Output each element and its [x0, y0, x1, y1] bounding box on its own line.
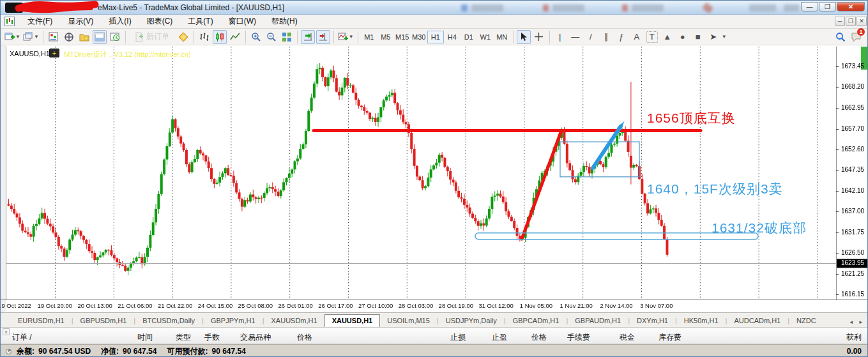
menu-item-3[interactable]: 图表(C) — [139, 15, 181, 28]
one-click-trading-button[interactable]: + — [49, 49, 59, 57]
menu-item-5[interactable]: 窗口(W) — [221, 15, 264, 28]
indicators-button[interactable]: ▼ — [337, 30, 354, 44]
timeframe-button-m5[interactable]: M5 — [377, 31, 394, 43]
menu-item-0[interactable]: 文件(F) — [20, 15, 60, 28]
column-header-7[interactable]: 止盈 — [492, 332, 507, 343]
triangle-tool-icon[interactable]: ▲ — [660, 30, 674, 44]
column-header-3[interactable]: 手数 — [204, 332, 220, 343]
symbol-tab-eurusdm[interactable]: EURUSDm,H1 — [11, 315, 72, 327]
menu-item-2[interactable]: 插入(I) — [101, 15, 139, 28]
equidistant-channel-tool-icon[interactable]: ∥ — [599, 30, 613, 44]
drawing-tools-group: |—/∥ƒAT▲●■➤▼ — [552, 30, 727, 44]
panel-close-button[interactable]: x — [3, 328, 10, 335]
timeframe-button-h1[interactable]: H1 — [427, 31, 444, 43]
ellipse-tool-icon[interactable]: ● — [676, 30, 690, 44]
symbol-tab-btcusdm[interactable]: BTCUSDm,Daily — [135, 315, 202, 327]
timeframe-button-m30[interactable]: M30 — [411, 31, 427, 43]
candlestick-mode-button[interactable] — [213, 30, 227, 44]
data-window-button[interactable] — [62, 30, 76, 44]
rectangle-tool-icon[interactable]: ■ — [691, 30, 705, 44]
fibonacci-tool-icon[interactable]: ƒ — [614, 30, 628, 44]
search-icon[interactable] — [834, 30, 848, 44]
symbol-tab-gbpcadm[interactable]: GBPCADm,H1 — [506, 315, 567, 327]
timeframe-button-m15[interactable]: M15 — [394, 31, 411, 43]
menu-item-6[interactable]: 帮助(H) — [264, 15, 305, 28]
symbol-tab-gbpaudm[interactable]: GBPAUDm,H1 — [568, 315, 628, 327]
chart-shift-button[interactable] — [316, 30, 330, 44]
menu-item-1[interactable]: 显示(V) — [60, 15, 101, 28]
close-button[interactable]: ✕ — [837, 2, 865, 11]
toolbar-separator — [194, 31, 194, 43]
navigator-button[interactable] — [77, 30, 91, 44]
column-header-10[interactable]: 税金 — [620, 332, 635, 343]
column-header-5[interactable]: 价格 — [297, 332, 312, 343]
toolbar-separator — [549, 31, 550, 43]
vertical-line-tool-icon[interactable]: | — [553, 30, 567, 44]
chart-profiles-button[interactable]: ▼ — [22, 30, 40, 44]
timeframe-button-w1[interactable]: W1 — [477, 31, 494, 43]
minimize-button[interactable]: — — [801, 2, 818, 11]
timeframe-button-h4[interactable]: H4 — [444, 31, 461, 43]
zoom-in-button[interactable] — [249, 30, 263, 44]
strategy-tester-button[interactable] — [108, 30, 122, 44]
restore-button[interactable]: ❐ — [819, 2, 836, 11]
symbol-tab-dxym[interactable]: DXYm,H1 — [630, 315, 675, 327]
new-chart-button[interactable]: ▼ — [4, 30, 21, 44]
horizontal-line-tool-icon[interactable]: — — [568, 30, 582, 44]
toolbar-separator — [333, 31, 334, 43]
mdi-minimize-button[interactable]: ─ — [835, 17, 845, 26]
symbol-tab-nzdc[interactable]: NZDC — [789, 315, 823, 327]
trendline-tool-icon[interactable]: / — [584, 30, 598, 44]
community-chat-button[interactable]: 1 — [849, 30, 863, 44]
symbol-tab-xauusdm[interactable]: XAUUSDm,H1 — [264, 315, 324, 327]
text-tool-icon[interactable]: A — [630, 30, 644, 44]
crosshair-tool-button[interactable] — [532, 30, 546, 44]
cursor-tool-button[interactable] — [517, 30, 531, 44]
column-header-11[interactable]: 库存费 — [659, 332, 681, 343]
mdi-close-button[interactable]: ✕ — [857, 17, 867, 26]
timeframe-button-d1[interactable]: D1 — [461, 31, 477, 43]
application-window: eMax-Live5 - TradeMax Global Limited - [… — [0, 0, 868, 357]
column-header-9[interactable]: 手续费 — [567, 332, 590, 343]
column-header-0[interactable]: 订单 / — [12, 332, 32, 343]
menu-item-4[interactable]: 工具(T) — [180, 15, 220, 28]
balance-label: 余额: — [17, 346, 34, 357]
annotation-resistance[interactable]: 1656顶底互换 — [647, 109, 736, 127]
depth-of-market-button[interactable] — [176, 30, 190, 44]
new-order-button[interactable]: 新订单 — [129, 30, 175, 44]
toolbar-separator — [513, 31, 514, 43]
symbol-tab-usdjpym[interactable]: USDJPYm,Daily — [439, 315, 504, 327]
column-header-6[interactable]: 止损 — [450, 332, 466, 343]
tile-windows-button[interactable] — [280, 30, 294, 44]
symbol-tab-usoilm[interactable]: USOILm,M15 — [380, 315, 437, 327]
toolbox-button[interactable] — [93, 30, 107, 44]
symbol-tab-bar: EURUSDm,H1|GBPUSDm,H1|BTCUSDm,Daily|GBPJ… — [1, 312, 867, 327]
column-header-1[interactable]: 时间 — [137, 332, 153, 343]
symbol-tab-xauusd[interactable]: XAUUSD,H1 — [324, 314, 381, 327]
timeframe-button-m1[interactable]: M1 — [361, 31, 377, 43]
menu-bar: 文件(F)显示(V)插入(I)图表(C)工具(T)窗口(W)帮助(H) ─ ❐ … — [1, 15, 867, 29]
zoom-out-button[interactable] — [264, 30, 278, 44]
arrows-tool-icon[interactable]: ➤ — [706, 30, 720, 44]
symbol-tab-audcadm[interactable]: AUDCADm,H1 — [727, 315, 788, 327]
column-header-8[interactable]: 价格 — [531, 332, 547, 343]
bar-chart-mode-button[interactable] — [197, 30, 211, 44]
annotation-bottom-break[interactable]: 1631/32破底部 — [712, 219, 807, 237]
column-header-4[interactable]: 交易品种 — [240, 332, 271, 343]
line-chart-mode-button[interactable] — [228, 30, 242, 44]
text-label-tool-icon[interactable]: T — [646, 31, 658, 43]
chart-canvas[interactable] — [1, 45, 868, 312]
auto-scroll-button[interactable] — [301, 30, 315, 44]
mdi-restore-button[interactable]: ❐ — [846, 17, 856, 26]
symbol-tab-gbpjpym[interactable]: GBPJPYm,H1 — [204, 315, 263, 327]
dropdown-caret-icon: ▼ — [34, 34, 39, 40]
timeframe-button-mn[interactable]: MN — [494, 31, 510, 43]
tab-scroll-left-button[interactable]: ◂ — [847, 317, 855, 326]
market-watch-button[interactable] — [47, 30, 61, 44]
annotation-sell-level[interactable]: 1640，15F次级别3卖 — [647, 180, 783, 198]
tab-scroll-right-button[interactable]: ▸ — [857, 317, 865, 326]
symbol-tab-gbpusdm[interactable]: GBPUSDm,H1 — [73, 315, 134, 327]
symbol-tab-hk50m[interactable]: HK50m,H1 — [677, 315, 726, 327]
column-header-2[interactable]: 类型 — [176, 332, 191, 343]
column-header-12[interactable]: 获利 — [846, 332, 862, 343]
